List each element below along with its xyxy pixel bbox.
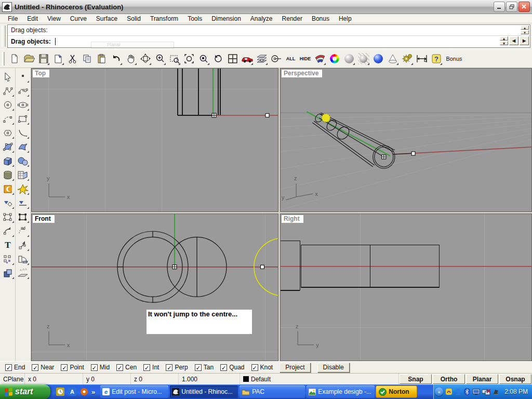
options-gear-icon[interactable]	[400, 52, 414, 66]
start-button[interactable]: start	[0, 384, 50, 399]
osnap-toggle[interactable]: Osnap	[499, 374, 531, 384]
viewport-perspective-label[interactable]: Perspective	[281, 69, 323, 78]
paste-icon[interactable]	[95, 52, 109, 66]
polyline-tool-icon[interactable]	[1, 84, 15, 98]
osnap-knot[interactable]: ✓Knot	[251, 364, 273, 371]
help-icon[interactable]: ?	[429, 52, 443, 66]
viewport-right-label[interactable]: Right	[281, 215, 304, 223]
menu-tools[interactable]: Tools	[183, 15, 207, 22]
menu-edit[interactable]: Edit	[22, 15, 43, 22]
menu-view[interactable]: View	[43, 15, 65, 22]
menu-dimension[interactable]: Dimension	[207, 15, 246, 22]
disable-button[interactable]: Disable	[317, 363, 350, 373]
right-viewport-canvas[interactable]: z y	[281, 214, 531, 361]
undo-icon[interactable]	[109, 52, 123, 66]
point-tool-icon[interactable]	[16, 70, 30, 84]
bonus-button[interactable]: Bonus	[444, 52, 464, 66]
control-point[interactable]	[261, 265, 264, 269]
letter-a-app-icon[interactable]: A	[68, 387, 77, 396]
taskbar-button-edit-post[interactable]: e Edit post - Micro...	[100, 385, 168, 398]
menu-file[interactable]: File	[3, 15, 22, 22]
osnap-perp[interactable]: ✓Perp	[166, 364, 188, 371]
clock-app-icon[interactable]	[56, 387, 65, 396]
checkbox-checked-icon[interactable]: ✓	[220, 364, 227, 371]
scroll-right-button[interactable]: ▶	[520, 36, 529, 45]
taskbar-button-rhino[interactable]: Untitled - Rhinoc...	[170, 385, 238, 398]
quick-launch-more-icon[interactable]: »	[91, 388, 95, 396]
command-bar-grip[interactable]	[2, 25, 6, 47]
drag-point-marker[interactable]	[212, 113, 216, 117]
close-button[interactable]	[518, 2, 530, 12]
selected-curve-highlight[interactable]	[322, 114, 330, 122]
pan-hand-icon[interactable]	[124, 52, 138, 66]
toolbar-grip[interactable]	[2, 52, 5, 65]
zoom-selected-icon[interactable]	[196, 52, 210, 66]
osnap-point[interactable]: ✓Point	[61, 364, 84, 371]
polygon-tool-icon[interactable]	[1, 126, 15, 140]
planar-toggle[interactable]: Planar	[466, 374, 498, 384]
render-preview-icon[interactable]	[371, 52, 385, 66]
tray-security-icon[interactable]	[493, 389, 499, 395]
select-all-button[interactable]: ALL	[284, 52, 298, 66]
red-car-icon[interactable]	[240, 52, 254, 66]
project-button[interactable]: Project	[280, 363, 310, 373]
zoom-window-icon[interactable]	[167, 52, 181, 66]
viewport-perspective[interactable]: Perspective	[280, 68, 532, 212]
rotate-view-icon[interactable]	[138, 52, 152, 66]
taskbar-button-example[interactable]: Example desigb -...	[307, 385, 375, 398]
taskbar-button-pac[interactable]: PAC	[240, 385, 305, 398]
layer-state-icon[interactable]	[1, 266, 15, 280]
cplane-button[interactable]: CPlane	[0, 374, 25, 384]
tray-bluetooth-icon[interactable]	[464, 388, 470, 395]
viewport-top-label[interactable]: Top	[32, 69, 50, 78]
command-prompt-line[interactable]: Drag objects: ▴ ▾ ◀ ▶	[8, 36, 530, 47]
curved-surface-tool-icon[interactable]	[16, 140, 30, 154]
prompt-spinner[interactable]: ▴ ▾	[500, 36, 508, 45]
circle-tool-icon[interactable]	[1, 98, 15, 112]
tray-network-error-icon[interactable]	[482, 389, 490, 395]
trim-tool-icon[interactable]	[1, 196, 15, 210]
minimize-button[interactable]	[494, 2, 505, 12]
menu-analyze[interactable]: Analyze	[246, 15, 277, 22]
cylinder-tool-icon[interactable]	[1, 168, 15, 182]
checkbox-checked-icon[interactable]: ✓	[32, 364, 38, 371]
save-file-icon[interactable]	[36, 52, 50, 66]
control-point[interactable]	[411, 152, 415, 155]
osnap-near[interactable]: ✓Near	[32, 364, 54, 371]
drag-point-marker[interactable]	[172, 265, 177, 269]
viewport-layout-icon[interactable]	[225, 52, 240, 66]
checkbox-checked-icon[interactable]: ✓	[5, 364, 12, 371]
fillet-tool-icon[interactable]	[16, 126, 30, 140]
menu-help[interactable]: Help	[334, 15, 356, 22]
norton-badge[interactable]: Norton	[376, 385, 417, 398]
ellipse-tool-icon[interactable]	[16, 98, 30, 112]
osnap-mid[interactable]: ✓Mid	[91, 364, 110, 371]
zoom-extents-icon[interactable]	[182, 52, 196, 66]
menu-transform[interactable]: Transform	[145, 15, 183, 22]
select-arrow-icon[interactable]	[1, 70, 15, 84]
explode-tool-icon[interactable]	[16, 182, 30, 196]
boolean-tool-icon[interactable]	[1, 182, 15, 196]
hide-objects-button[interactable]: HIDE	[298, 52, 312, 66]
dimension-icon[interactable]	[415, 52, 429, 66]
spin-down-icon[interactable]: ▾	[500, 41, 508, 45]
tray-phone-icon[interactable]	[445, 388, 453, 395]
menu-surface[interactable]: Surface	[91, 15, 122, 22]
osnap-int[interactable]: ✓Int	[143, 364, 159, 371]
render-in-window-icon[interactable]	[356, 52, 370, 66]
split-tool-icon[interactable]	[16, 196, 30, 210]
perspective-viewport-canvas[interactable]: z x y	[281, 69, 531, 211]
spin-up-icon[interactable]: ▴	[500, 36, 508, 41]
command-box[interactable]: Drag objects: ▴ ▾ Drag objects: ▴ ▾ ◀	[7, 24, 530, 48]
checkbox-checked-icon[interactable]: ✓	[251, 364, 258, 371]
history-spinner[interactable]: ▴ ▾	[521, 25, 529, 34]
layer-pane[interactable]: Default	[240, 374, 399, 384]
osnap-quad[interactable]: ✓Quad	[220, 364, 244, 371]
render-icon[interactable]	[342, 52, 356, 66]
drag-point-marker[interactable]	[382, 155, 386, 159]
move-tool-icon[interactable]	[1, 210, 15, 224]
viewport-front-label[interactable]: Front	[32, 215, 55, 223]
checkbox-checked-icon[interactable]: ✓	[195, 364, 202, 371]
color-wheel-icon[interactable]	[327, 52, 341, 66]
osnap-end[interactable]: ✓End	[5, 364, 25, 371]
